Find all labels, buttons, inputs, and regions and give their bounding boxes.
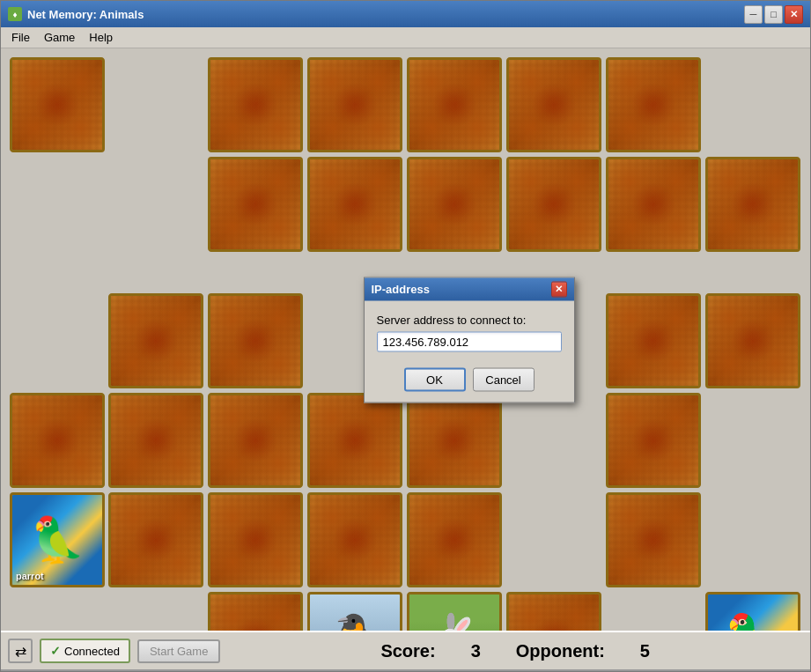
card-parrot2[interactable]	[705, 592, 800, 631]
card-r3c3[interactable]	[208, 293, 303, 388]
card-r2c8[interactable]	[705, 157, 800, 252]
card-r2c7[interactable]	[606, 157, 701, 252]
menu-bar: File Game Help	[1, 27, 810, 48]
card-r3c8[interactable]	[705, 293, 800, 388]
card-r6c3[interactable]	[208, 592, 303, 631]
card-r1c3[interactable]	[208, 57, 303, 152]
card-r1c4[interactable]	[307, 57, 402, 152]
card-r5c2[interactable]	[108, 492, 203, 587]
start-game-button[interactable]: Start Game	[137, 639, 220, 663]
card-r1c6[interactable]	[506, 57, 601, 152]
connect-icon[interactable]: ⇄	[8, 639, 33, 663]
card-penguin[interactable]	[307, 592, 402, 631]
score-area: Score: 3 Opponent: 5	[227, 641, 803, 661]
card-r4c2[interactable]	[108, 393, 203, 488]
maximize-button[interactable]: □	[764, 5, 783, 24]
status-bar: ⇄ ✓ Connected Start Game Score: 3 Oppone…	[1, 631, 810, 671]
opponent-label: Opponent:	[516, 641, 605, 661]
connected-button[interactable]: ✓ Connected	[40, 639, 130, 663]
minimize-button[interactable]: ─	[744, 5, 763, 24]
dialog-label: Server address to connect to:	[377, 313, 562, 326]
dialog-title-bar: IP-address ✕	[365, 277, 574, 300]
card-r5c4[interactable]	[307, 492, 402, 587]
score-value: 3	[471, 641, 481, 661]
card-r1c1[interactable]	[10, 57, 105, 152]
menu-file[interactable]: File	[4, 29, 37, 46]
dialog-buttons: OK Cancel	[365, 360, 574, 402]
card-r2c5[interactable]	[407, 157, 502, 252]
app-icon: ♦	[8, 7, 22, 21]
dialog-title-text: IP-address	[372, 283, 430, 296]
dialog-cancel-button[interactable]: Cancel	[473, 367, 535, 391]
card-r4c7[interactable]	[606, 393, 701, 488]
dialog-close-button[interactable]: ✕	[551, 281, 567, 297]
card-r4c3[interactable]	[208, 393, 303, 488]
card-r3c2[interactable]	[108, 293, 203, 388]
card-r5c3[interactable]	[208, 492, 303, 587]
card-r2c3[interactable]	[208, 157, 303, 252]
card-r2c6[interactable]	[506, 157, 601, 252]
card-r6c6[interactable]	[506, 592, 601, 631]
card-r4c1[interactable]	[10, 393, 105, 488]
window-controls: ─ □ ✕	[744, 5, 803, 24]
main-window: ♦ Net Memory: Animals ─ □ ✕ File Game He…	[0, 0, 811, 672]
card-r3c7[interactable]	[606, 293, 701, 388]
game-area: parrot	[1, 48, 810, 631]
dialog-body: Server address to connect to:	[365, 300, 574, 360]
window-title: Net Memory: Animals	[27, 8, 744, 21]
card-r1c5[interactable]	[407, 57, 502, 152]
menu-game[interactable]: Game	[37, 29, 82, 46]
ip-input[interactable]	[377, 331, 562, 351]
connected-label: Connected	[64, 645, 120, 658]
card-r5c7[interactable]	[606, 492, 701, 587]
check-icon: ✓	[50, 644, 61, 658]
title-bar: ♦ Net Memory: Animals ─ □ ✕	[1, 1, 810, 27]
card-parrot[interactable]: parrot	[10, 492, 105, 587]
card-r4c5[interactable]	[407, 393, 502, 488]
card-r4c4[interactable]	[307, 393, 402, 488]
card-rabbit[interactable]	[407, 592, 502, 631]
menu-help[interactable]: Help	[82, 29, 120, 46]
card-r2c4[interactable]	[307, 157, 402, 252]
score-label: Score:	[380, 641, 435, 661]
ip-dialog: IP-address ✕ Server address to connect t…	[364, 277, 575, 402]
opponent-value: 5	[640, 641, 650, 661]
card-r1c8[interactable]	[606, 57, 701, 152]
parrot-card-label: parrot	[16, 571, 44, 581]
card-r5c5[interactable]	[407, 492, 502, 587]
close-button[interactable]: ✕	[785, 5, 803, 24]
dialog-ok-button[interactable]: OK	[404, 367, 466, 391]
